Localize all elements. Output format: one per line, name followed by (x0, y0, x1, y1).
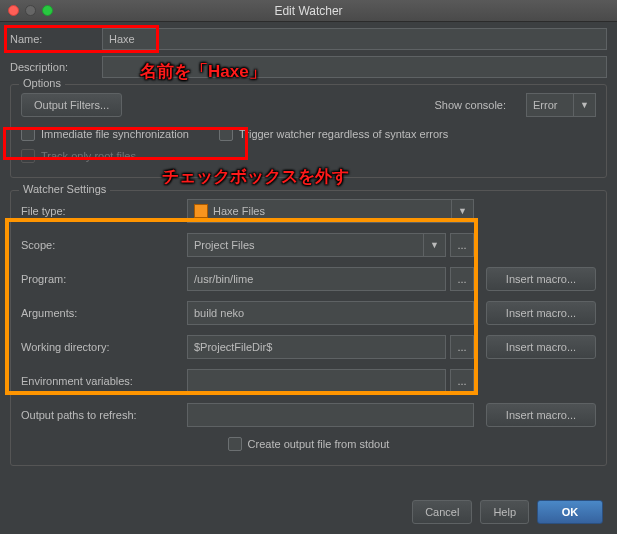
close-icon[interactable] (8, 5, 19, 16)
arguments-insert-macro-button[interactable]: Insert macro... (486, 301, 596, 325)
watcher-settings-group: Watcher Settings File type: Haxe Files ▼… (10, 190, 607, 466)
program-insert-macro-button[interactable]: Insert macro... (486, 267, 596, 291)
arguments-label: Arguments: (21, 307, 181, 319)
workdir-browse-button[interactable]: ... (450, 335, 474, 359)
env-browse-button[interactable]: ... (450, 369, 474, 393)
chevron-down-icon: ▼ (573, 94, 595, 116)
description-label: Description: (10, 61, 102, 73)
options-group: Options Output Filters... Show console: … (10, 84, 607, 178)
workdir-insert-macro-button[interactable]: Insert macro... (486, 335, 596, 359)
chevron-down-icon: ▼ (423, 234, 445, 256)
output-paths-insert-macro-button[interactable]: Insert macro... (486, 403, 596, 427)
scope-select[interactable]: Project Files ▼ (187, 233, 446, 257)
scope-browse-button[interactable]: ... (450, 233, 474, 257)
window-title: Edit Watcher (274, 4, 342, 18)
env-label: Environment variables: (21, 375, 181, 387)
haxe-file-icon (194, 204, 208, 218)
annotation-text-name: 名前を「Haxe」 (140, 60, 266, 83)
scope-label: Scope: (21, 239, 181, 251)
chevron-down-icon: ▼ (451, 200, 473, 222)
env-input[interactable] (187, 369, 446, 393)
options-legend: Options (19, 77, 65, 89)
titlebar: Edit Watcher (0, 0, 617, 22)
ok-button[interactable]: OK (537, 500, 603, 524)
minimize-icon (25, 5, 36, 16)
program-input[interactable] (187, 267, 446, 291)
trigger-regardless-checkbox[interactable]: Trigger watcher regardless of syntax err… (219, 127, 448, 141)
immediate-sync-checkbox[interactable]: Immediate file synchronization (21, 127, 189, 141)
show-console-label: Show console: (434, 99, 506, 111)
zoom-icon[interactable] (42, 5, 53, 16)
workdir-input[interactable] (187, 335, 446, 359)
output-paths-input[interactable] (187, 403, 474, 427)
edit-watcher-dialog: Edit Watcher Name: Description: Options … (0, 0, 617, 534)
workdir-label: Working directory: (21, 341, 181, 353)
file-type-label: File type: (21, 205, 181, 217)
create-output-stdout-checkbox[interactable]: Create output file from stdout (21, 437, 596, 451)
arguments-input[interactable] (187, 301, 474, 325)
name-label: Name: (10, 33, 102, 45)
help-button[interactable]: Help (480, 500, 529, 524)
show-console-select[interactable]: Error ▼ (526, 93, 596, 117)
watcher-legend: Watcher Settings (19, 183, 110, 195)
output-filters-button[interactable]: Output Filters... (21, 93, 122, 117)
track-root-checkbox: Track only root files (21, 149, 596, 163)
annotation-text-checkbox: チェックボックスを外す (162, 165, 349, 188)
file-type-select[interactable]: Haxe Files ▼ (187, 199, 474, 223)
output-paths-label: Output paths to refresh: (21, 409, 181, 421)
program-label: Program: (21, 273, 181, 285)
cancel-button[interactable]: Cancel (412, 500, 472, 524)
program-browse-button[interactable]: ... (450, 267, 474, 291)
name-input[interactable] (102, 28, 607, 50)
